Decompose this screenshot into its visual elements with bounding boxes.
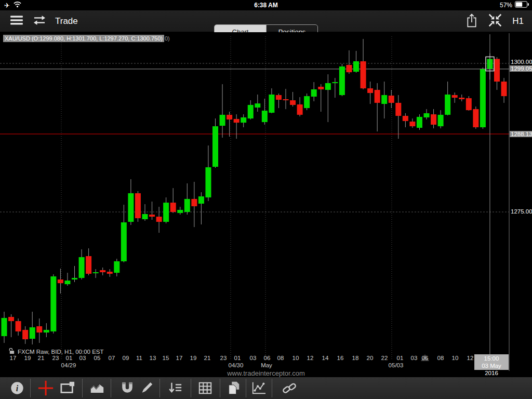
- battery-percent: 57%: [500, 2, 512, 9]
- nav-bar: Trade Chart Positions H1: [0, 10, 532, 32]
- time-tick-label: 18: [352, 355, 359, 361]
- price-chart[interactable]: XAU/USD (O:1299.080, H:1301.700, L:1297.…: [0, 32, 532, 377]
- time-tick-label: 15: [163, 355, 169, 361]
- page-title: Trade: [55, 16, 78, 26]
- pages-icon[interactable]: [225, 379, 243, 397]
- date-tick-label: May: [261, 362, 272, 368]
- time-tick-label: 12: [307, 355, 314, 361]
- svg-text:i: i: [16, 384, 19, 393]
- price-tick-label: 1275.000: [511, 208, 532, 215]
- candlestick-chart-canvas[interactable]: [0, 32, 532, 377]
- unlock-icon: [8, 348, 15, 355]
- share-icon[interactable]: [466, 13, 478, 30]
- collapse-icon[interactable]: [487, 14, 503, 29]
- time-tick-label: 13: [150, 355, 156, 361]
- crosshair-time-badge: 15:00 03 May 2016: [474, 354, 509, 370]
- magnet-icon[interactable]: [118, 379, 136, 397]
- time-tick-label: 08: [437, 355, 444, 361]
- link-icon[interactable]: [281, 379, 298, 397]
- time-tick-label: 10: [452, 355, 459, 361]
- time-tick-label: 22: [381, 355, 388, 361]
- grid-icon[interactable]: [196, 379, 214, 397]
- price-highlight-label: 1288.130: [510, 131, 532, 137]
- time-tick-label: 21: [38, 355, 45, 361]
- time-tick-label: 17: [10, 355, 17, 361]
- time-tick-label: 03: [250, 355, 257, 361]
- status-bar: ✈ 6:38 AM 57%: [0, 0, 532, 10]
- time-tick-label: 09: [123, 355, 129, 361]
- time-tick-label: 14: [322, 355, 329, 361]
- data-feed-label: FXCM Raw, BID, H1, 00:00 EST: [8, 348, 104, 355]
- watermark: www.tradeinterceptor.com: [0, 369, 532, 377]
- swap-icon[interactable]: [32, 15, 47, 28]
- time-tick-label: 11: [136, 355, 142, 361]
- time-tick-label: 23: [52, 355, 59, 361]
- time-tick-label: 03: [79, 355, 86, 361]
- time-tick-label: 19: [190, 355, 197, 361]
- time-tick-label: 06: [264, 355, 271, 361]
- menu-icon[interactable]: [9, 15, 24, 28]
- drawing-toolbar: i: [0, 377, 532, 399]
- time-tick-label: 19: [24, 355, 31, 361]
- date-tick-label: 04/30: [229, 362, 244, 368]
- time-tick-label: 07: [109, 355, 115, 361]
- time-tick-label: 17: [176, 355, 183, 361]
- frame-icon[interactable]: [59, 379, 76, 397]
- time-tick-label: 05: [94, 355, 101, 361]
- time-tick-label: 03: [411, 355, 418, 361]
- sort-icon[interactable]: [166, 379, 184, 397]
- time-tick-label: 01: [234, 355, 241, 361]
- time-tick-label: 01: [397, 355, 404, 361]
- info-icon[interactable]: i: [8, 379, 26, 397]
- date-tick-label: 04/29: [61, 362, 76, 368]
- timeframe-button[interactable]: H1: [512, 16, 524, 26]
- time-tick-label: 23: [220, 355, 227, 361]
- time-tick-label: 16: [337, 355, 344, 361]
- date-tick-label: 05/03: [389, 362, 404, 368]
- price-tick-label: 1300.000: [511, 59, 532, 65]
- instrument-ohlc-label: XAU/USD (O:1299.080, H:1301.700, L:1297.…: [3, 35, 170, 42]
- crosshair-icon[interactable]: [37, 379, 55, 397]
- area-chart-icon[interactable]: [88, 379, 106, 397]
- time-tick-label: 06: [422, 355, 429, 361]
- status-time: 6:38 AM: [0, 2, 532, 9]
- time-tick-label: 10: [292, 355, 299, 361]
- time-tick-label: 21: [204, 355, 211, 361]
- pencil-icon[interactable]: [138, 379, 155, 397]
- line-chart-icon[interactable]: [250, 379, 268, 397]
- time-tick-label: 01: [66, 355, 73, 361]
- battery-icon: [515, 1, 529, 9]
- time-tick-label: 20: [367, 355, 374, 361]
- time-tick-label: 12: [467, 355, 474, 361]
- price-highlight-label: 1299.054: [510, 65, 532, 72]
- app-screen: ✈ 6:38 AM 57% Trade Chart Positions: [0, 0, 532, 399]
- time-tick-label: 08: [277, 355, 284, 361]
